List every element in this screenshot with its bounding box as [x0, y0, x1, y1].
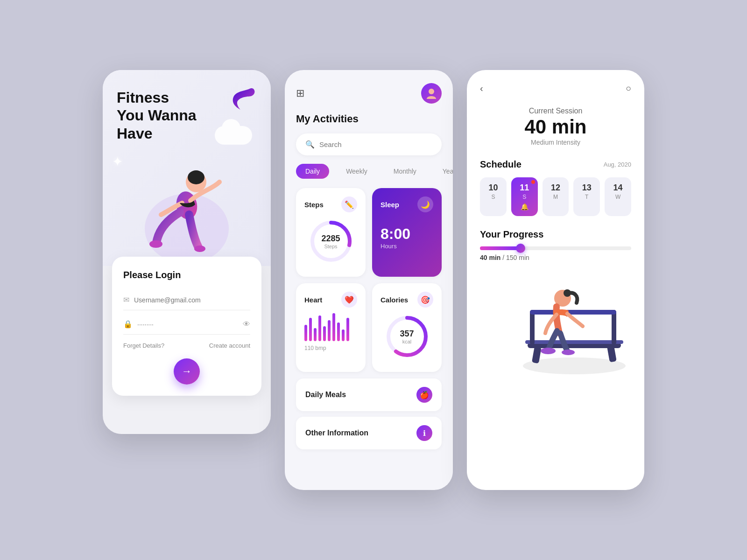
daily-meals-icon: 🍎	[416, 387, 432, 403]
sleep-title: Sleep	[381, 201, 399, 209]
svg-point-4	[149, 240, 162, 248]
steps-edit-icon[interactable]: ✏️	[341, 196, 357, 212]
create-account-link[interactable]: Create account	[209, 342, 250, 349]
search-bar[interactable]: 🔍	[296, 133, 442, 155]
hero-title: Fitness You Wanna Have	[117, 89, 257, 142]
steps-card: Steps ✏️ 22	[296, 188, 366, 277]
svg-point-22	[562, 350, 575, 355]
daily-meals-card[interactable]: Daily Meals 🍎	[296, 378, 442, 411]
progress-title: Your Progress	[480, 229, 631, 240]
tab-daily[interactable]: Daily	[296, 164, 329, 179]
eye-icon[interactable]: 👁	[243, 320, 250, 329]
schedule-header: Schedule Aug, 2020	[480, 159, 631, 170]
cal-day-10[interactable]: 10 S	[480, 177, 507, 216]
steps-card-header: Steps ✏️	[304, 196, 357, 212]
schedule-title: Schedule	[480, 159, 521, 170]
bell-icon: 🔔	[514, 203, 535, 210]
password-input-group: 🔒 👁	[123, 314, 250, 335]
login-title: Please Login	[123, 270, 250, 280]
email-input[interactable]	[134, 296, 250, 304]
cal-day-14[interactable]: 14 W	[605, 177, 631, 216]
tab-weekly[interactable]: Weekly	[337, 164, 377, 179]
session-label: Current Session	[480, 107, 631, 115]
email-input-group: ✉	[123, 290, 250, 310]
steps-value-text: 2285 Steps	[321, 234, 340, 249]
progress-labels: 40 min / 150 min	[480, 254, 631, 261]
screens-container: Fitness You Wanna Have ✦	[103, 70, 644, 490]
sleep-unit: Hours	[381, 243, 433, 250]
login-links: Forget Details? Create account	[123, 342, 250, 349]
svg-point-21	[541, 348, 556, 354]
progress-bar-track	[480, 246, 631, 250]
sleep-moon-icon[interactable]: 🌙	[417, 196, 433, 212]
calories-value-text: 357 kcal	[400, 329, 414, 344]
heart-icon[interactable]: ❤️	[341, 292, 357, 308]
avatar-icon	[425, 87, 438, 100]
heart-bar-9	[342, 329, 345, 341]
stats-row-2: Heart ❤️ 110 bmp	[296, 283, 442, 372]
session-title-block: Current Session 40 min Medium Intensity	[480, 107, 631, 146]
heart-bar-5	[323, 326, 326, 341]
notification-dot	[531, 180, 535, 184]
activities-title: My Activities	[296, 113, 442, 125]
screen2-activities-card: ⊞ My Activities 🔍 Daily Weekly Monthly Y…	[285, 70, 453, 490]
heart-bar-6	[328, 320, 331, 341]
other-info-title: Other Information	[305, 429, 368, 437]
calories-progress-circle: 357 kcal	[384, 313, 430, 360]
daily-meals-title: Daily Meals	[305, 391, 346, 399]
back-button[interactable]: ‹	[480, 83, 483, 94]
svg-rect-18	[530, 310, 616, 315]
other-info-icon: ℹ	[416, 425, 432, 441]
other-info-card[interactable]: Other Information ℹ	[296, 417, 442, 449]
cal-day-12[interactable]: 12 M	[543, 177, 569, 216]
sleep-card: Sleep 🌙 8:00 Hours	[372, 188, 442, 277]
grid-menu-icon[interactable]: ⊞	[296, 87, 304, 99]
heart-bar-4	[318, 315, 321, 341]
star-decoration: ✦	[112, 154, 123, 169]
calories-title: Calories	[381, 296, 408, 304]
svg-rect-16	[530, 310, 535, 345]
steps-title: Steps	[304, 201, 324, 209]
svg-point-6	[429, 89, 434, 94]
progress-section: Your Progress 40 min / 150 min	[480, 229, 631, 261]
progress-bar-fill	[480, 246, 521, 250]
forget-details-link[interactable]: Forget Details?	[123, 342, 164, 349]
svg-rect-13	[525, 340, 623, 344]
tab-monthly[interactable]: Monthly	[384, 164, 426, 179]
heart-bar-2	[309, 318, 312, 341]
heart-bar-7	[332, 313, 335, 341]
treadmill-illustration	[480, 273, 631, 375]
calendar-days-row: 10 S 11 S 🔔 12 M 13 T 14 W	[480, 177, 631, 216]
user-avatar[interactable]	[421, 83, 442, 104]
session-intensity: Medium Intensity	[480, 139, 631, 146]
login-arrow-button[interactable]: →	[174, 358, 200, 385]
sleep-card-header: Sleep 🌙	[381, 196, 433, 212]
tab-yearly[interactable]: Yearly	[433, 164, 453, 179]
steps-progress-circle: 2285 Steps	[308, 218, 354, 265]
password-input[interactable]	[137, 321, 238, 328]
heart-card: Heart ❤️ 110 bmp	[296, 283, 366, 372]
sleep-info: 8:00 Hours	[381, 222, 433, 250]
cal-day-11-active[interactable]: 11 S 🔔	[511, 177, 538, 216]
sleep-value: 8:00	[381, 225, 433, 243]
svg-point-5	[194, 245, 205, 252]
heart-bar-10	[346, 318, 349, 341]
search-icon: 🔍	[305, 140, 315, 149]
cal-day-13[interactable]: 13 T	[573, 177, 600, 216]
svg-point-3	[188, 170, 204, 184]
calories-card-header: Calories 🎯	[381, 292, 433, 308]
progress-indicator-dot[interactable]	[516, 244, 525, 253]
schedule-date: Aug, 2020	[604, 161, 631, 168]
calories-target-icon[interactable]: 🎯	[417, 292, 433, 308]
email-icon: ✉	[123, 295, 129, 304]
screen1-login-card: Fitness You Wanna Have ✦	[103, 70, 271, 434]
heart-bar-3	[314, 328, 317, 341]
login-form: Please Login ✉ 🔒 👁 Forget Details? Creat…	[112, 257, 261, 396]
screen1-hero: Fitness You Wanna Have ✦	[103, 70, 271, 266]
search-input[interactable]	[319, 140, 432, 148]
heart-card-header: Heart ❤️	[304, 292, 357, 308]
stats-row-1: Steps ✏️ 22	[296, 188, 442, 277]
calories-card: Calories 🎯	[372, 283, 442, 372]
heart-bar-1	[304, 325, 307, 341]
search-button[interactable]: ○	[626, 83, 631, 94]
